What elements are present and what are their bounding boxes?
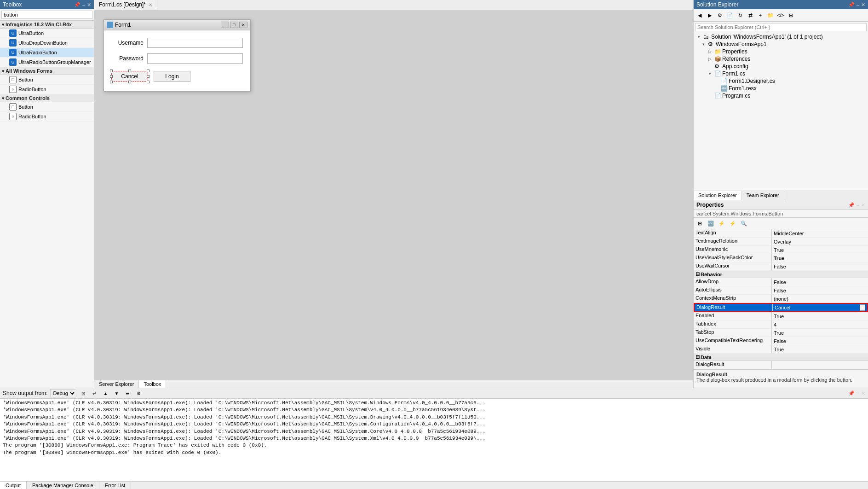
prop-value-tabindex[interactable]: 4 bbox=[772, 320, 868, 328]
prop-value-allowdrop[interactable]: False bbox=[772, 278, 868, 286]
tab-close-icon[interactable]: ✕ bbox=[149, 2, 152, 7]
prop-row-dialogresult[interactable]: DialogResult Cancel ▾ bbox=[694, 303, 868, 312]
prop-value-textalign[interactable]: MiddleCenter bbox=[772, 229, 868, 237]
se-item-properties[interactable]: ▷ 📁 Properties bbox=[694, 48, 868, 55]
prop-value-compatibletextrendering[interactable]: False bbox=[772, 337, 868, 345]
prop-category-expand-behavior[interactable]: ⊟ bbox=[696, 271, 700, 277]
tab-form1-design[interactable]: Form1.cs [Design]* ✕ bbox=[94, 0, 157, 10]
prop-value-contextmenustrip[interactable]: (none) bbox=[772, 295, 868, 303]
prop-events-btn[interactable]: ⚡ bbox=[728, 219, 738, 228]
se-expand-project[interactable]: ▾ bbox=[700, 41, 707, 47]
prop-category-expand-data[interactable]: ⊟ bbox=[696, 354, 700, 360]
toolbox-item-radio-wf[interactable]: ○ RadioButton bbox=[0, 85, 94, 94]
se-back-btn[interactable]: ◀ bbox=[695, 11, 704, 20]
se-filter-btn[interactable]: ⊟ bbox=[786, 11, 795, 20]
se-tab-solution-explorer[interactable]: Solution Explorer bbox=[694, 191, 742, 200]
prop-value-autoellipsis[interactable]: False bbox=[772, 286, 868, 294]
toolbox-item-ultraradiobtngrp[interactable]: U UltraRadioButtonGroupManager bbox=[0, 58, 94, 67]
se-expand-properties[interactable]: ▷ bbox=[707, 48, 713, 55]
output-prev-btn[interactable]: ▲ bbox=[101, 389, 109, 397]
output-find-btn[interactable]: ☰ bbox=[123, 389, 132, 397]
output-source-select[interactable]: Debug bbox=[50, 389, 76, 397]
se-new-item-btn[interactable]: + bbox=[756, 11, 765, 20]
toolbox-pin-icon[interactable]: 📌 bbox=[74, 2, 80, 8]
se-refresh-btn[interactable]: ↻ bbox=[736, 11, 745, 20]
se-expand-form1cs[interactable]: ▾ bbox=[707, 70, 713, 77]
se-item-appconfig[interactable]: ▷ ⚙ App.config bbox=[694, 63, 868, 70]
prop-pin-icon[interactable]: 📌 bbox=[848, 202, 855, 208]
se-item-form1designer[interactable]: ▷ 📄 Form1.Designer.cs bbox=[694, 77, 868, 85]
form-minimize-btn[interactable]: _ bbox=[221, 22, 229, 28]
se-expand-solution[interactable]: ▾ bbox=[696, 34, 702, 40]
se-tab-team-explorer[interactable]: Team Explorer bbox=[742, 191, 784, 200]
se-pin-icon[interactable]: 📌 bbox=[848, 2, 855, 8]
se-show-files-btn[interactable]: 📄 bbox=[725, 11, 735, 20]
se-properties-btn[interactable]: ⚙ bbox=[715, 11, 724, 20]
prop-alpha-btn[interactable]: 🔤 bbox=[706, 219, 716, 228]
output-close-icon[interactable]: ✕ bbox=[861, 390, 865, 396]
design-canvas[interactable]: Form1 _ □ ✕ Username Password bbox=[94, 10, 693, 380]
prop-value-usemnemonic[interactable]: True bbox=[772, 246, 868, 254]
output-next-btn[interactable]: ▼ bbox=[112, 389, 121, 397]
username-input[interactable] bbox=[147, 38, 243, 48]
toolbox-bottom-tab[interactable]: Toolbox bbox=[139, 380, 166, 388]
prop-value-dialogresult2[interactable] bbox=[772, 361, 868, 369]
prop-search-btn[interactable]: 🔍 bbox=[739, 219, 749, 228]
se-minimize-icon[interactable]: – bbox=[857, 2, 859, 8]
output-wrap-btn[interactable]: ↵ bbox=[90, 389, 98, 397]
prop-name-visible: Visible bbox=[694, 345, 772, 353]
output-settings-btn[interactable]: ⚙ bbox=[134, 389, 143, 397]
se-item-form1resx[interactable]: ▷ 🔤 Form1.resx bbox=[694, 85, 868, 92]
toolbox-search-input[interactable] bbox=[1, 11, 92, 19]
toolbox-item-radio-cc[interactable]: ○ RadioButton bbox=[0, 112, 94, 122]
se-git-btn[interactable]: </> bbox=[776, 11, 785, 20]
prop-value-dialogresult[interactable]: Cancel ▾ bbox=[773, 304, 867, 311]
prop-categorized-btn[interactable]: ⊞ bbox=[695, 219, 705, 228]
toolbox-close-icon[interactable]: ✕ bbox=[87, 2, 91, 8]
prop-value-tabstop[interactable]: True bbox=[772, 329, 868, 337]
toolbox-item-ultrabtn[interactable]: U UltraButton bbox=[0, 29, 94, 38]
output-clear-btn[interactable]: ⊡ bbox=[79, 389, 87, 397]
output-minimize-icon[interactable]: – bbox=[857, 390, 859, 396]
se-item-project[interactable]: ▾ ⚙ WindowsFormsApp1 bbox=[694, 41, 868, 48]
se-new-folder-btn[interactable]: 📁 bbox=[766, 11, 775, 20]
prop-value-usevisualstyle[interactable]: True bbox=[772, 254, 868, 262]
output-tab-output[interactable]: Output bbox=[0, 482, 27, 489]
prop-props-btn[interactable]: ⚡ bbox=[717, 219, 727, 228]
prop-minimize-icon[interactable]: – bbox=[857, 202, 859, 208]
prop-close-icon[interactable]: ✕ bbox=[861, 202, 865, 208]
toolbox-section-header-infragistics[interactable]: Infragistics 18.2 Win CLR4x bbox=[0, 21, 94, 29]
toolbox-item-button-wf[interactable]: □ Button bbox=[0, 75, 94, 85]
prop-value-usewaitcursor[interactable]: False bbox=[772, 262, 868, 270]
toolbox-item-ultradropbtn[interactable]: U UltraDropDownButton bbox=[0, 38, 94, 48]
toolbox-item-ultraradiobtn[interactable]: U UltraRadioButton bbox=[0, 48, 94, 58]
prop-value-visible[interactable]: True bbox=[772, 345, 868, 353]
se-forward-btn[interactable]: ▶ bbox=[705, 11, 714, 20]
se-search-input[interactable] bbox=[695, 23, 867, 31]
prop-row-dialogresult2: DialogResult bbox=[694, 361, 868, 369]
se-item-references[interactable]: ▷ 📦 References bbox=[694, 55, 868, 63]
toolbox-item-button-cc[interactable]: □ Button bbox=[0, 102, 94, 112]
se-close-icon[interactable]: ✕ bbox=[861, 2, 865, 8]
password-input[interactable] bbox=[147, 53, 243, 64]
prop-value-textimagerelation[interactable]: Overlay bbox=[772, 238, 868, 245]
se-item-solution[interactable]: ▾ 🗂 Solution 'WindowsFormsApp1' (1 of 1 … bbox=[694, 33, 868, 41]
login-button[interactable]: Login bbox=[154, 71, 190, 82]
toolbox-section-header-winforms[interactable]: All Windows Forms bbox=[0, 67, 94, 75]
prop-dropdown-dialogresult[interactable]: ▾ bbox=[860, 304, 865, 311]
toolbox-minimize-icon[interactable]: – bbox=[82, 2, 85, 8]
toolbox-section-header-common[interactable]: Common Controls bbox=[0, 94, 94, 102]
server-explorer-tab[interactable]: Server Explorer bbox=[94, 380, 139, 388]
cancel-button-selected[interactable]: Cancel bbox=[111, 71, 148, 82]
output-tab-errorlist[interactable]: Error List bbox=[99, 482, 132, 489]
output-pin-icon[interactable]: 📌 bbox=[848, 390, 855, 396]
form-close-btn[interactable]: ✕ bbox=[239, 22, 247, 28]
se-item-programcs[interactable]: ▷ 📄 Program.cs bbox=[694, 92, 868, 99]
se-item-form1cs[interactable]: ▾ 📄 Form1.cs bbox=[694, 70, 868, 77]
se-expand-references[interactable]: ▷ bbox=[707, 56, 713, 62]
prop-value-enabled[interactable]: True bbox=[772, 312, 868, 320]
se-sync-btn[interactable]: ⇄ bbox=[746, 11, 755, 20]
output-tab-pkgmgr[interactable]: Package Manager Console bbox=[27, 482, 99, 489]
output-content[interactable]: 'WindowsFormsApp1.exe' (CLR v4.0.30319: … bbox=[0, 399, 868, 481]
form-maximize-btn[interactable]: □ bbox=[230, 22, 238, 28]
